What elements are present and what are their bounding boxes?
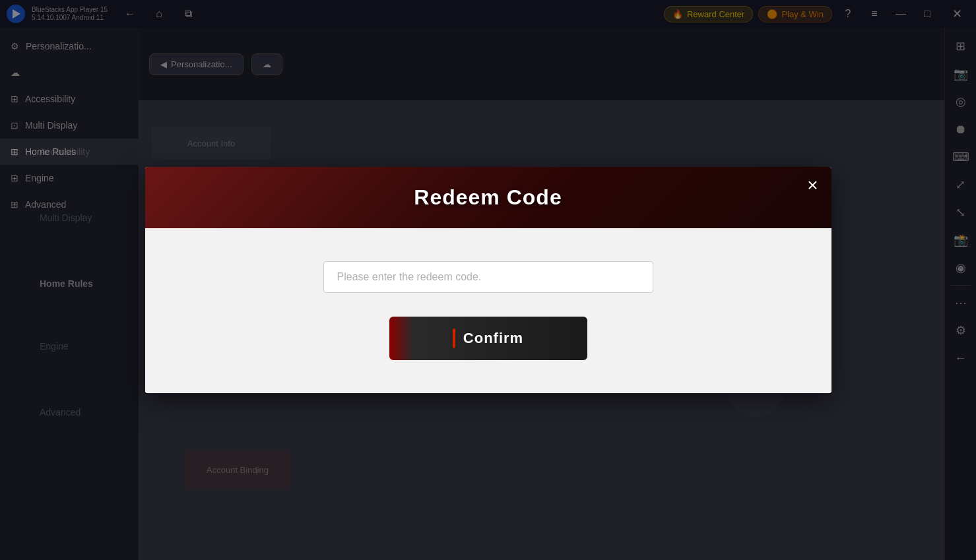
redeem-code-input[interactable] xyxy=(323,261,653,293)
modal-close-button[interactable]: × xyxy=(807,176,818,195)
confirm-button[interactable]: Confirm xyxy=(389,317,587,360)
modal-wrapper: Redeem Code × Confirm xyxy=(0,0,976,560)
confirm-accent xyxy=(453,328,455,348)
modal-header: Redeem Code × xyxy=(145,167,831,228)
redeem-code-modal: Redeem Code × Confirm xyxy=(145,167,831,393)
modal-body: Confirm xyxy=(145,228,831,393)
modal-title: Redeem Code xyxy=(414,185,562,210)
confirm-label: Confirm xyxy=(463,330,523,347)
